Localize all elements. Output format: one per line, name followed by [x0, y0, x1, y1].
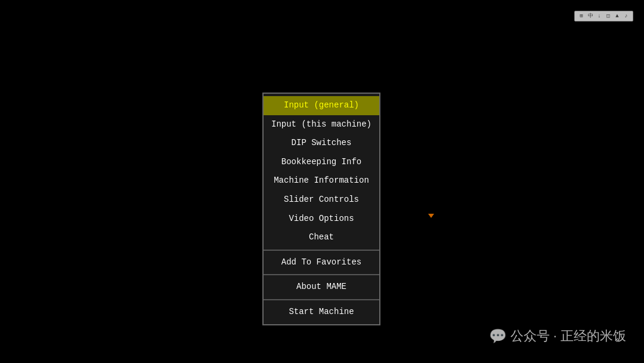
menu-item-cheat[interactable]: Cheat: [264, 228, 379, 247]
menu-item-start-machine[interactable]: Start Machine: [264, 300, 379, 324]
menu-item-add-favorites[interactable]: Add To Favorites: [264, 251, 379, 275]
taskbar-icon-6: ♪: [623, 13, 630, 20]
menu-section-about: About MAME: [264, 275, 379, 299]
wechat-icon: 💬: [489, 328, 507, 344]
mouse-cursor: [428, 214, 434, 218]
taskbar-icons: ⊞ 中 ↓ ◫ ▲ ♪: [574, 11, 633, 21]
menu-section-favorites: Add To Favorites: [264, 251, 379, 275]
menu-section-main: Input (general) Input (this machine) DIP…: [264, 94, 379, 250]
taskbar-icon-4: ◫: [605, 13, 612, 20]
menu-item-about-mame[interactable]: About MAME: [264, 275, 379, 299]
menu-section-start: Start Machine: [264, 300, 379, 324]
watermark-text: 公众号 · 正经的米饭: [510, 327, 626, 345]
menu-container: Input (general) Input (this machine) DIP…: [262, 93, 380, 325]
menu-item-input-machine[interactable]: Input (this machine): [264, 115, 379, 134]
menu-item-input-general[interactable]: Input (general): [264, 96, 379, 115]
menu-item-bookkeeping[interactable]: Bookkeeping Info: [264, 153, 379, 172]
taskbar-icon-3: ↓: [596, 13, 603, 20]
menu-item-video-options[interactable]: Video Options: [264, 210, 379, 229]
menu-item-slider-controls[interactable]: Slider Controls: [264, 190, 379, 210]
watermark: 💬 公众号 · 正经的米饭: [489, 327, 626, 345]
taskbar-icon-2: 中: [587, 13, 594, 20]
taskbar-icon-1: ⊞: [578, 13, 585, 20]
taskbar-icon-5: ▲: [614, 13, 621, 20]
menu-item-dip-switches[interactable]: DIP Switches: [264, 134, 379, 153]
menu-item-machine-info[interactable]: Machine Information: [264, 171, 379, 190]
